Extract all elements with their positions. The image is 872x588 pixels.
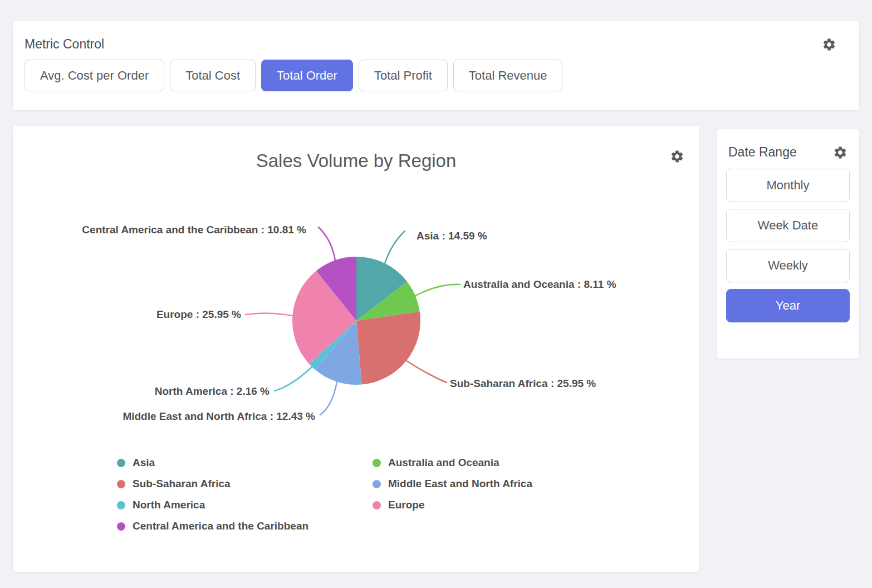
legend-color-dot [117, 480, 125, 488]
pie-slice-sub-saharan-africa[interactable] [356, 311, 420, 384]
date-range-title: Date Range [728, 145, 797, 160]
legend-label: North America [133, 499, 205, 511]
legend-label: Middle East and North Africa [388, 478, 532, 490]
pie-legend-column-1: AsiaSub-Saharan AfricaNorth AmericaCentr… [117, 452, 308, 537]
legend-color-dot [117, 522, 125, 531]
legend-item-north-america[interactable]: North America [117, 494, 308, 516]
legend-color-dot [373, 501, 381, 509]
pie-label-line-asia [385, 231, 405, 263]
legend-color-dot [373, 480, 381, 488]
pie-label-australia-and-oceania: Australia and Oceania : 8.11 % [463, 278, 616, 290]
legend-label: Asia [133, 457, 155, 469]
pie-label-line-australia-and-oceania [415, 285, 460, 296]
legend-item-sub-saharan-africa[interactable]: Sub-Saharan Africa [117, 473, 308, 494]
legend-item-central-america-and-the-caribbean[interactable]: Central America and the Caribbean [117, 516, 308, 537]
pie-label-europe: Europe : 25.95 % [156, 308, 241, 320]
date-range-button-year[interactable]: Year [726, 289, 850, 322]
pie-chart-svg: Asia : 14.59 %Australia and Oceania : 8.… [13, 190, 699, 446]
date-range-buttons: MonthlyWeek DateWeeklyYear [726, 169, 850, 322]
legend-color-dot [117, 459, 125, 467]
pie-label-central-america-and-the-caribbean: Central America and the Caribbean : 10.8… [82, 224, 306, 236]
metric-button-total-cost[interactable]: Total Cost [170, 60, 256, 91]
date-range-button-week-date[interactable]: Week Date [726, 209, 850, 242]
settings-gear-icon[interactable] [670, 149, 684, 164]
sales-volume-chart-panel: Sales Volume by Region Asia : 14.59 %Aus… [13, 126, 699, 572]
legend-color-dot [373, 459, 381, 467]
legend-label: Europe [388, 499, 424, 511]
date-range-panel: Date Range MonthlyWeek DateWeeklyYear [717, 129, 859, 359]
pie-label-middle-east-and-north-africa: Middle East and North Africa : 12.43 % [123, 410, 315, 422]
pie-label-line-central-america-and-the-caribbean [319, 227, 335, 261]
pie-label-line-middle-east-and-north-africa [320, 382, 337, 415]
dashboard-page: Metric Control Avg. Cost per OrderTotal … [0, 0, 872, 588]
pie-label-sub-saharan-africa: Sub-Saharan Africa : 25.95 % [450, 378, 596, 389]
pie-label-north-america: North America : 2.16 % [155, 385, 270, 397]
legend-label: Central America and the Caribbean [133, 520, 308, 532]
metric-button-total-revenue[interactable]: Total Revenue [453, 60, 563, 91]
metric-control-title: Metric Control [25, 37, 104, 52]
legend-item-europe[interactable]: Europe [373, 494, 532, 516]
legend-item-australia-and-oceania[interactable]: Australia and Oceania [373, 452, 532, 473]
legend-label: Australia and Oceania [388, 457, 499, 469]
legend-color-dot [117, 501, 125, 509]
chart-title: Sales Volume by Region [13, 150, 699, 171]
metric-control-panel: Metric Control Avg. Cost per OrderTotal … [13, 21, 859, 110]
settings-gear-icon[interactable] [822, 37, 836, 52]
metric-button-row: Avg. Cost per OrderTotal CostTotal Order… [13, 52, 859, 91]
pie-legend-column-2: Australia and OceaniaMiddle East and Nor… [373, 452, 532, 516]
pie-label-asia: Asia : 14.59 % [417, 230, 487, 242]
metric-button-total-order[interactable]: Total Order [261, 60, 353, 91]
date-range-button-monthly[interactable]: Monthly [726, 169, 850, 202]
pie-label-line-sub-saharan-africa [406, 361, 447, 383]
metric-button-total-profit[interactable]: Total Profit [359, 60, 448, 91]
date-range-header: Date Range [726, 129, 850, 160]
pie-label-line-north-america [275, 367, 312, 391]
legend-label: Sub-Saharan Africa [133, 478, 231, 490]
metric-button-avg-cost-per-order[interactable]: Avg. Cost per Order [25, 60, 164, 91]
settings-gear-icon[interactable] [833, 145, 847, 160]
metric-control-header: Metric Control [13, 21, 859, 52]
date-range-button-weekly[interactable]: Weekly [726, 249, 850, 282]
legend-item-middle-east-and-north-africa[interactable]: Middle East and North Africa [373, 473, 532, 494]
pie-label-line-europe [246, 313, 292, 316]
legend-item-asia[interactable]: Asia [117, 452, 308, 473]
